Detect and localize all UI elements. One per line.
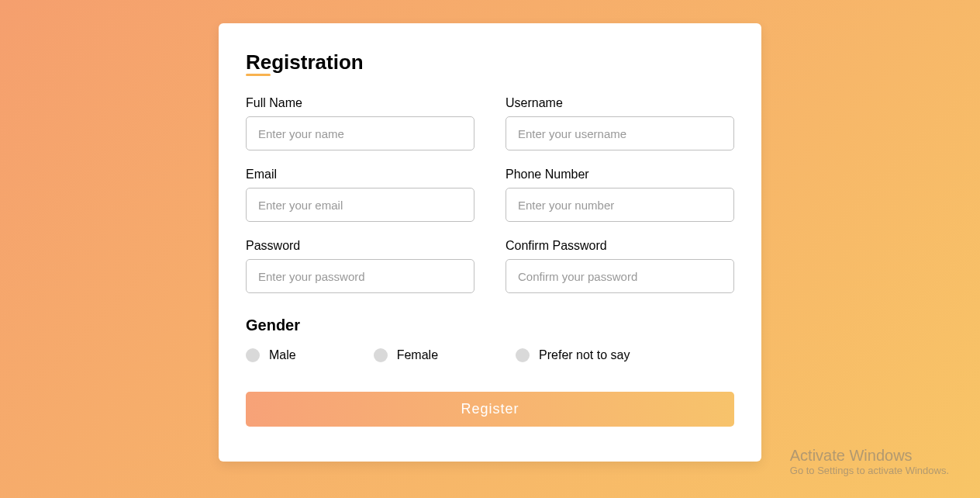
field-phone: Phone Number [506,168,734,222]
radio-male-label: Male [269,348,296,362]
watermark-title: Activate Windows [790,447,949,465]
confirm-label: Confirm Password [506,239,734,253]
fullname-input[interactable] [246,116,474,150]
password-input[interactable] [246,259,474,293]
field-email: Email [246,168,474,222]
gender-title: Gender [246,316,734,334]
radio-female[interactable] [374,348,388,362]
gender-option-male[interactable]: Male [246,348,296,362]
register-button[interactable]: Register [246,392,734,427]
windows-watermark: Activate Windows Go to Settings to activ… [790,447,949,476]
radio-prefer[interactable] [516,348,530,362]
fullname-label: Full Name [246,96,474,110]
email-label: Email [246,168,474,182]
registration-card: Registration Full Name Username Email Ph… [219,23,761,462]
field-password: Password [246,239,474,293]
fields-grid: Full Name Username Email Phone Number Pa… [246,96,734,293]
username-label: Username [506,96,734,110]
email-input[interactable] [246,188,474,222]
gender-option-female[interactable]: Female [374,348,438,362]
radio-female-label: Female [397,348,438,362]
radio-male[interactable] [246,348,260,362]
password-label: Password [246,239,474,253]
form-title: Registration [246,50,364,74]
field-fullname: Full Name [246,96,474,150]
phone-input[interactable] [506,188,734,222]
field-username: Username [506,96,734,150]
confirm-input[interactable] [506,259,734,293]
phone-label: Phone Number [506,168,734,182]
username-input[interactable] [506,116,734,150]
gender-options: Male Female Prefer not to say [246,348,734,362]
gender-option-prefer[interactable]: Prefer not to say [516,348,630,362]
radio-prefer-label: Prefer not to say [539,348,630,362]
watermark-sub: Go to Settings to activate Windows. [790,465,949,476]
field-confirm: Confirm Password [506,239,734,293]
